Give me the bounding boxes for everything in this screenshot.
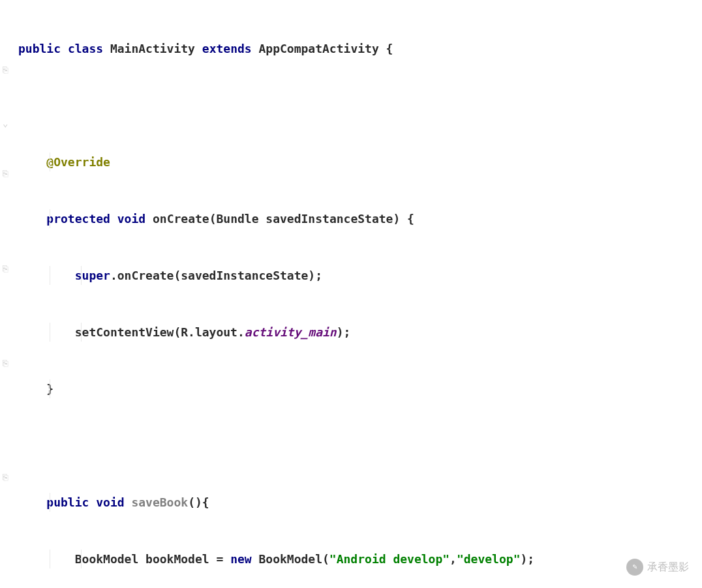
call-end: );	[337, 325, 351, 339]
method-signature: (Bundle savedInstanceState) {	[209, 212, 414, 226]
gutter-fold-icon: ⌄	[3, 114, 8, 133]
keyword-void: void	[117, 212, 145, 226]
code-editor[interactable]: public class MainActivity extends AppCom…	[18, 1, 534, 588]
keyword-public: public	[46, 495, 89, 509]
gutter-fold-icon: ⎘	[3, 468, 8, 487]
keyword-class: class	[68, 42, 103, 55]
string-literal: "Android develop"	[329, 552, 450, 566]
string-literal: "develop"	[457, 552, 521, 566]
watermark-text: 承香墨影	[647, 557, 689, 576]
keyword-super: super	[75, 269, 110, 282]
setcontentview-call: setContentView(R.layout.	[75, 325, 245, 339]
code-line[interactable]: setContentView(R.layout.activity_main);	[18, 323, 534, 342]
code-line[interactable]: }	[18, 379, 534, 398]
keyword-void: void	[96, 495, 124, 509]
code-line[interactable]: public class MainActivity extends AppCom…	[18, 39, 534, 58]
keyword-protected: protected	[46, 212, 110, 226]
super-call: .onCreate(savedInstanceState);	[110, 269, 322, 282]
code-line[interactable]: BookModel bookModel = new BookModel("And…	[18, 550, 534, 568]
layout-resource: activity_main	[245, 325, 337, 339]
class-name: MainActivity	[110, 42, 195, 55]
code-line[interactable]: super.onCreate(savedInstanceState);	[18, 266, 534, 285]
code-line[interactable]: public void saveBook(){	[18, 493, 534, 512]
method-savebook: saveBook	[131, 495, 188, 509]
method-oncreate: onCreate	[153, 212, 209, 226]
code-line[interactable]: @Override	[18, 153, 534, 171]
watermark: ✎ 承香墨影	[626, 557, 689, 576]
gutter-fold-icon: ⎘	[3, 354, 8, 373]
keyword-new: new	[230, 552, 252, 566]
gutter-override-icon: ⎘	[3, 61, 8, 80]
gutter-fold-icon: ⎘	[3, 259, 8, 278]
var-decl: BookModel bookModel =	[75, 552, 230, 566]
brace-open: {	[386, 42, 393, 55]
method-signature: (){	[188, 495, 209, 509]
code-line-blank	[18, 436, 534, 455]
watermark-icon: ✎	[626, 559, 643, 576]
comma: ,	[450, 552, 457, 566]
ctor-call: BookModel(	[252, 552, 329, 566]
keyword-public: public	[18, 42, 61, 55]
keyword-extends: extends	[202, 42, 252, 55]
editor-gutter: ⎘ ⌄ ⎘ ⎘ ⎘ ⎘	[0, 0, 16, 588]
code-line-blank	[18, 96, 534, 115]
gutter-fold-icon: ⎘	[3, 164, 8, 183]
call-end: );	[520, 552, 534, 566]
annotation-override: @Override	[46, 155, 110, 169]
superclass: AppCompatActivity	[259, 42, 379, 55]
code-line[interactable]: protected void onCreate(Bundle savedInst…	[18, 209, 534, 228]
